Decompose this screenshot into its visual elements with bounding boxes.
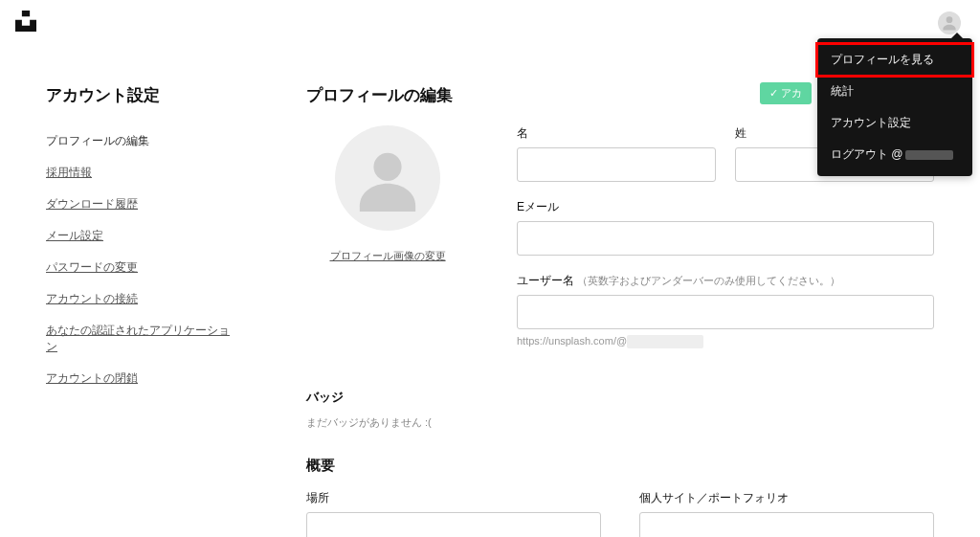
sidebar-email-settings[interactable]: メール設定 (46, 228, 237, 244)
unsplash-logo[interactable] (15, 11, 36, 35)
menu-logout[interactable]: ログアウト @ (817, 139, 972, 170)
toast-account-updated: アカ (760, 82, 812, 104)
overview-heading: 概要 (306, 457, 934, 475)
badge-empty-text: まだバッジがありません :( (306, 415, 934, 430)
input-email[interactable] (517, 221, 934, 256)
sidebar-edit-profile[interactable]: プロフィールの編集 (46, 133, 237, 149)
label-personal-site: 個人サイト／ポートフォリオ (639, 490, 934, 506)
sidebar-hiring[interactable]: 採用情報 (46, 165, 237, 181)
username-url-hint: https://unsplash.com/@ (517, 335, 934, 348)
label-location: 場所 (306, 490, 601, 506)
sidebar-change-password[interactable]: パスワードの変更 (46, 259, 237, 276)
menu-account-settings[interactable]: アカウント設定 (817, 107, 972, 139)
input-location[interactable] (306, 512, 601, 537)
sidebar-download-history[interactable]: ダウンロード履歴 (46, 196, 237, 213)
avatar-button[interactable] (938, 11, 961, 34)
svg-point-1 (373, 153, 401, 181)
logout-username-redacted (905, 150, 953, 160)
input-personal-site[interactable] (639, 512, 934, 537)
sidebar-authorized-apps[interactable]: あなたの認証されたアプリケーション (46, 323, 237, 355)
menu-stats[interactable]: 統計 (817, 76, 972, 107)
profile-picture-placeholder (335, 125, 440, 231)
sidebar-title: アカウント設定 (46, 84, 237, 106)
sidebar-connections[interactable]: アカウントの接続 (46, 291, 237, 307)
user-menu-popover: プロフィールを見る 統計 アカウント設定 ログアウト @ (817, 38, 972, 176)
svg-point-0 (947, 16, 953, 23)
label-username: ユーザー名 （英数字およびアンダーバーのみ使用してください。） (517, 273, 934, 289)
input-first-name[interactable] (517, 147, 716, 182)
sidebar-close-account[interactable]: アカウントの閉鎖 (46, 370, 237, 387)
sidebar: アカウント設定 プロフィールの編集 採用情報 ダウンロード履歴 メール設定 パス… (46, 84, 237, 537)
label-badge: バッジ (306, 389, 934, 406)
profile-picture-column: プロフィール画像の変更 (306, 125, 469, 263)
menu-view-profile[interactable]: プロフィールを見る (817, 44, 972, 76)
label-first-name: 名 (517, 125, 716, 142)
change-profile-picture-link[interactable]: プロフィール画像の変更 (330, 250, 446, 261)
input-username[interactable] (517, 295, 934, 329)
label-email: Eメール (517, 199, 934, 215)
